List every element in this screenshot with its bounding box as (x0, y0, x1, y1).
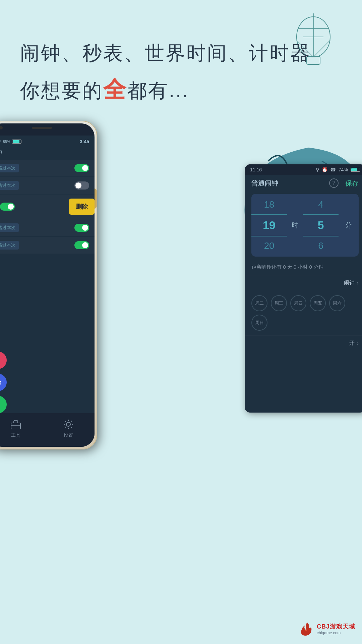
day-fri[interactable]: 周五 (310, 295, 326, 311)
alarm-item-1[interactable]: 略过本次 (0, 160, 95, 176)
hour-column: 18 19 20 (251, 194, 287, 257)
phone-top-bezel (0, 123, 95, 136)
day-thu[interactable]: 周四 (290, 295, 306, 311)
help-button[interactable]: ? (329, 178, 339, 188)
save-button[interactable]: 保存 (345, 179, 359, 188)
day-wed[interactable]: 周三 (271, 295, 287, 311)
fab-container: ✕ ◉ ✓ (0, 352, 7, 413)
left-status-bar: © * 85% 3:45 (0, 136, 95, 146)
skip-btn-4[interactable]: 略过本次 (0, 223, 19, 232)
headline-2-suffix: 都有... (127, 79, 189, 101)
min-below: 6 (318, 236, 323, 257)
alarm-type-chevron: › (357, 279, 359, 286)
watermark-logo-text: CBJ游戏天域 (317, 623, 355, 631)
time-picker[interactable]: 18 19 20 时 4 5 6 分 (251, 194, 359, 257)
min-above: 4 (318, 194, 323, 214)
day-sun[interactable]: 周日 (251, 315, 267, 331)
toggle-1[interactable] (74, 164, 89, 172)
header-section: 闹钟、秒表、世界时间、计时器 你想要的全都有... (20, 40, 342, 106)
skip-btn-1[interactable]: 略过本次 (0, 164, 19, 172)
hour-below: 20 (264, 236, 274, 257)
status-icons-left: © * 85% (0, 140, 21, 144)
skip-btn-5[interactable]: 略过本次 (0, 241, 19, 250)
toggle-3[interactable] (0, 203, 15, 211)
watermark-text-col: CBJ游戏天域 cbigame.com (317, 623, 355, 635)
right-status-bar: 11:16 ⚲ ⏰ ☎ 74% (245, 164, 362, 175)
battery-bar-left (12, 140, 21, 144)
toggle-4[interactable] (74, 224, 89, 232)
status-value: 开 (349, 340, 355, 347)
day-tue[interactable]: 周二 (251, 295, 267, 311)
gear-icon (62, 418, 74, 430)
right-status-icons: ⚲ ⏰ ☎ 74% (316, 167, 360, 172)
days-row: 周二 周三 周四 周五 周六 周日 (245, 290, 362, 335)
hour-above: 18 (264, 194, 274, 214)
toggle-2[interactable] (74, 181, 89, 190)
left-screen-title: 钟 (0, 146, 95, 160)
fab-green[interactable]: ✓ (0, 396, 7, 413)
watermark-logo-row: CBJ游戏天域 cbigame.com (299, 621, 355, 637)
right-battery-pct: 74% (339, 167, 348, 172)
phone-icon: ☎ (330, 167, 336, 172)
battery-icon-left: 85% (3, 140, 10, 144)
skip-btn-2[interactable]: 略过本次 (0, 181, 19, 190)
left-phone-screen: © * 85% 3:45 钟 略过本次 略过本次 (0, 123, 95, 447)
day-sat[interactable]: 周六 (329, 295, 345, 311)
fab-blue[interactable]: ◉ (0, 374, 7, 391)
fen-label: 分 (342, 221, 355, 230)
nav-tools[interactable]: 工具 (10, 418, 22, 438)
watermark-icon (299, 621, 315, 637)
minute-column: 4 5 6 (303, 194, 339, 257)
bluetooth-icon: * (0, 140, 1, 144)
alarm-item-3-content (0, 203, 69, 211)
shi-label: 时 (288, 221, 302, 230)
alarm-type-value-row: 闹钟 › (344, 279, 359, 286)
right-phone: 11:16 ⚲ ⏰ ☎ 74% 普通闹钟 ? 保存 18 19 20 (245, 164, 362, 413)
status-on-row[interactable]: 开 › (245, 335, 362, 351)
nav-tools-label: 工具 (11, 432, 20, 438)
time-picker-row: 18 19 20 时 4 5 6 分 (251, 194, 359, 257)
countdown-text: 距离响铃还有 0 天 0 小时 0 分钟 (245, 259, 362, 275)
status-chevron: › (357, 340, 359, 347)
fab-red[interactable]: ✕ (0, 352, 7, 369)
alarm-item-5[interactable]: 略过本次 (0, 237, 95, 254)
bottom-nav: 工具 设置 (0, 413, 95, 447)
svg-rect-7 (11, 423, 20, 429)
alarm-item-3-with-delete[interactable]: 删除 (0, 195, 95, 219)
right-header: 普通闹钟 ? 保存 (245, 175, 362, 191)
battery-fill-right (351, 168, 357, 171)
hour-selected: 19 (251, 214, 287, 236)
headline-2-prefix: 你想要的 (20, 79, 103, 101)
alarm-detail-title: 普通闹钟 (251, 179, 278, 188)
right-phone-bottom-space (245, 351, 362, 391)
status-time-left: 3:45 (80, 139, 89, 144)
watermark-sub: cbigame.com (317, 631, 355, 635)
headline-1: 闹钟、秒表、世界时间、计时器 (20, 40, 342, 65)
alarm-item-4[interactable]: 略过本次 (0, 219, 95, 236)
headline-2: 你想要的全都有... (20, 72, 342, 106)
nav-settings-label: 设置 (64, 432, 73, 438)
svg-point-9 (66, 422, 70, 426)
alarm-icon-right: ⏰ (322, 167, 327, 172)
fen-divider: 分 (339, 203, 359, 247)
header-actions: ? 保存 (329, 178, 359, 188)
left-phone-container: © * 85% 3:45 钟 略过本次 略过本次 (0, 121, 127, 490)
delete-button[interactable]: 删除 (69, 199, 95, 215)
phone-camera (0, 126, 3, 129)
shi-divider: 时 (287, 203, 303, 247)
battery-fill-left (13, 140, 19, 143)
toolbox-icon (10, 418, 22, 430)
alarm-type-row[interactable]: 闹钟 › (245, 275, 362, 290)
toggle-5[interactable] (74, 241, 89, 249)
right-status-time: 11:16 (250, 167, 262, 172)
headline-highlight: 全 (103, 76, 127, 102)
battery-bar-right (351, 168, 360, 172)
alarm-type-value: 闹钟 (344, 279, 355, 286)
nav-settings[interactable]: 设置 (62, 418, 74, 438)
alarm-item-2[interactable]: 略过本次 (0, 177, 95, 194)
min-selected: 5 (303, 214, 339, 236)
watermark: CBJ游戏天域 cbigame.com (299, 621, 355, 637)
phone-speaker (32, 127, 52, 129)
signal-icon: ⚲ (316, 167, 319, 172)
left-phone-shell: © * 85% 3:45 钟 略过本次 略过本次 (0, 121, 97, 449)
